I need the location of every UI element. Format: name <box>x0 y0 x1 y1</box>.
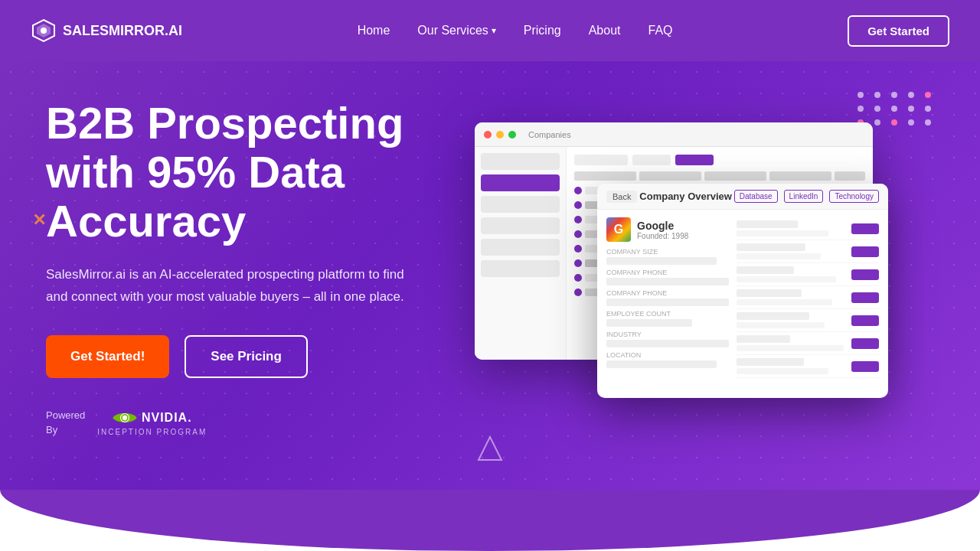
powered-by: Powered By NVIDIA. INCEPTION PROGRAM <box>46 409 475 436</box>
popup-title: Company Overview <box>639 191 732 202</box>
powered-by-text: Powered By <box>46 409 85 436</box>
nav-home[interactable]: Home <box>358 24 390 37</box>
logo-text: SALESMIRROR.AI <box>63 23 182 39</box>
triangle-decoration <box>475 433 505 467</box>
company-popup: Back Company Overview Database LinkedIn … <box>597 184 888 398</box>
navbar: SALESMIRROR.AI Home Our Services Pricing… <box>0 0 980 61</box>
nav-services[interactable]: Our Services <box>417 24 495 37</box>
dots-decoration <box>858 92 934 126</box>
see-pricing-button[interactable]: See Pricing <box>185 335 308 378</box>
dashboard-title: Companies <box>528 130 571 139</box>
popup-tab-linkedin[interactable]: LinkedIn <box>784 190 824 203</box>
svg-point-2 <box>122 416 127 420</box>
hero-subtitle: SalesMirror.ai is an AI-accelerated pros… <box>46 264 413 308</box>
logo[interactable]: SALESMIRROR.AI <box>31 18 182 44</box>
company-logo: G <box>606 217 631 242</box>
svg-point-0 <box>41 28 47 34</box>
nvidia-text: NVIDIA. <box>142 411 192 425</box>
dashboard-mockup: Companies <box>475 122 934 413</box>
nav-faq[interactable]: FAQ <box>648 24 673 37</box>
popup-back[interactable]: Back <box>606 191 637 203</box>
popup-tab-tech[interactable]: Technology <box>829 190 879 203</box>
nvidia-badge: NVIDIA. INCEPTION PROGRAM <box>97 409 207 436</box>
company-meta: Founded: 1998 <box>637 232 688 240</box>
nav-pricing[interactable]: Pricing <box>524 24 561 37</box>
hero-left: B2B Prospecting with 95% Data Accuracy S… <box>46 99 475 437</box>
inception-text: INCEPTION PROGRAM <box>97 428 207 436</box>
nav-cta-button[interactable]: Get Started <box>848 15 949 47</box>
nav-about[interactable]: About <box>589 24 621 37</box>
x-decoration: ✕ <box>32 210 46 230</box>
popup-tab-database[interactable]: Database <box>734 190 778 203</box>
hero-title: B2B Prospecting with 95% Data Accuracy <box>46 99 475 245</box>
get-started-button[interactable]: Get Started! <box>46 335 169 378</box>
company-name: Google <box>637 220 688 232</box>
wave-transition <box>0 490 980 551</box>
hero-buttons: Get Started! See Pricing <box>46 335 475 378</box>
svg-marker-3 <box>479 437 501 460</box>
hero-section: ✕ B2B Prospecting with 95% Data Accuracy… <box>0 61 980 490</box>
